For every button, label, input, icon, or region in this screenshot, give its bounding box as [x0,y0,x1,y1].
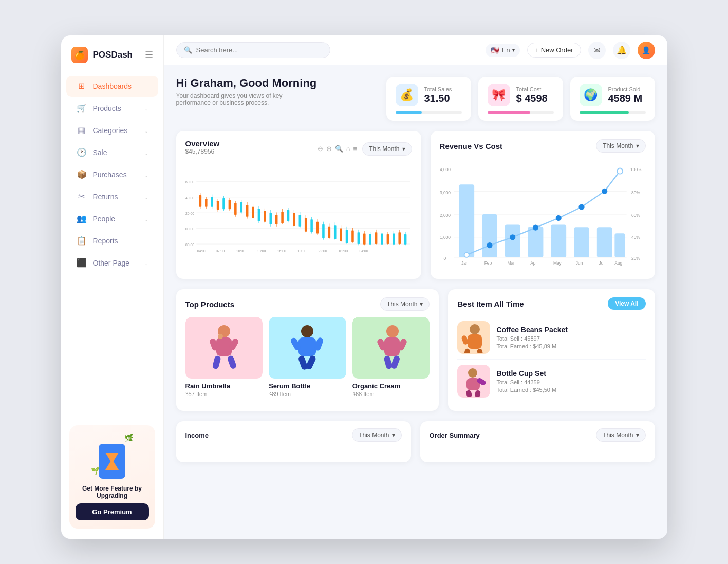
sale-icon: 🕐 [77,147,87,157]
chevron-down-icon: ▾ [392,431,395,439]
best-item-name: Coffee Beans Packet [496,326,645,334]
chevron-down-icon: ▾ [512,47,515,53]
lang-label: En [502,46,510,54]
best-item-bottle: Bottle Cup Set Total Sell : 44359 Total … [457,360,645,403]
top-products-title: Top Products [185,300,235,309]
menu-icon[interactable]: ≡ [353,145,358,153]
svg-text:100%: 100% [630,167,642,172]
svg-text:Jun: Jun [575,260,583,266]
top-products-month-selector[interactable]: This Month ▾ [380,297,430,311]
zoom-fit-icon[interactable]: 🔍 [335,145,343,153]
sidebar-item-label: Sale [93,148,107,157]
sidebar-item-label: Other Page [93,259,130,267]
user-avatar[interactable]: 👤 [638,42,655,59]
sidebar-item-sale[interactable]: 🕐 Sale ↓ [66,142,158,163]
svg-text:16:00: 16:00 [277,249,286,253]
sidebar-item-purchases[interactable]: 📦 Purchases ↓ [66,164,158,185]
new-order-button[interactable]: + New Order [527,43,581,58]
svg-text:00.00: 00.00 [185,227,194,231]
chevron-down-icon: ↓ [145,172,148,178]
mail-icon[interactable]: ✉ [588,42,606,59]
svg-rect-158 [475,390,481,397]
search-bar[interactable]: 🔍 [176,42,330,58]
sold-icon: 🌍 [580,84,602,106]
sidebar-item-people[interactable]: 👥 People ↓ [66,208,158,229]
svg-rect-146 [390,355,401,370]
sidebar-item-label: Reports [93,237,118,245]
sidebar: 🍊 POSDash ☰ ⊞ Dashboards 🛒 Products ↓ ▦ … [61,35,164,539]
income-month-selector[interactable]: This Month ▾ [352,428,401,442]
best-item-sell: Total Sell : 44359 [496,379,645,385]
logo-icon: 🍊 [71,47,88,63]
svg-text:Apr: Apr [530,260,537,266]
sidebar-item-products[interactable]: 🛒 Products ↓ [66,98,158,119]
product-name: Serum Bottle [269,382,346,390]
candlestick-chart: 60.00 40.00 20.00 00.00 80.00 [185,163,412,266]
svg-rect-152 [463,348,471,353]
upgrade-box: 🌿 🌱 Get More Feature by Upgrading Go Pre… [69,425,155,529]
svg-text:60.00: 60.00 [185,180,194,184]
home-icon[interactable]: ⌂ [346,145,350,153]
zoom-out-icon[interactable]: ⊖ [318,145,323,153]
product-qty: 468 Item [352,391,430,397]
svg-point-136 [218,334,223,339]
sidebar-item-label: Returns [93,193,118,201]
sidebar-item-dashboards[interactable]: ⊞ Dashboards [66,76,158,97]
product-qty: 657 Item [185,391,263,397]
svg-point-143 [386,325,399,337]
product-name: Rain Umbrella [185,382,263,390]
view-all-button[interactable]: View All [608,297,645,310]
chevron-down-icon: ▾ [636,431,639,439]
mini-bottom-row: Income This Month ▾ Order Summary This M… [176,421,655,462]
zoom-in-icon[interactable]: ⊕ [326,145,332,153]
main-content: 🔍 🇺🇸 En ▾ + New Order ✉ 🔔 👤 Hi Grah [164,35,667,539]
best-item-image [457,365,490,398]
svg-rect-145 [383,355,393,369]
sidebar-item-reports[interactable]: 📋 Reports [66,230,158,251]
svg-text:01:00: 01:00 [339,249,347,253]
menu-icon[interactable]: ☰ [145,49,153,61]
chevron-down-icon: ↓ [145,127,148,134]
sidebar-item-label: Products [93,104,121,112]
search-input[interactable] [196,46,323,54]
language-selector[interactable]: 🇺🇸 En ▾ [486,44,520,57]
greeting-title: Hi Graham, Good Morning [176,77,376,90]
svg-point-154 [468,368,477,378]
sidebar-item-other[interactable]: ⬛ Other Page ↓ [66,252,158,273]
notification-icon[interactable]: 🔔 [613,42,630,59]
svg-rect-132 [212,355,221,369]
best-item-sell: Total Sell : 45897 [496,335,645,342]
svg-text:19:00: 19:00 [297,249,306,253]
overview-chart-card: Overview $45,78956 ⊖ ⊕ 🔍 ⌂ ≡ [176,131,421,279]
overview-month-selector[interactable]: This Month ▾ [362,142,412,156]
revenue-chart-title: Revenue Vs Cost [440,142,503,151]
kpi-progress-bar [488,111,531,114]
svg-rect-150 [468,334,482,349]
kpi-card-cost: 🎀 Total Cost $ 4598 [478,77,563,121]
svg-text:80.00: 80.00 [185,243,194,247]
kpi-cards: 💰 Total Sales 31.50 🎀 [386,77,655,121]
svg-text:22:00: 22:00 [318,249,327,253]
sidebar-item-categories[interactable]: ▦ Categories ↓ [66,120,158,141]
svg-text:13:00: 13:00 [257,249,266,253]
best-item-info: Coffee Beans Packet Total Sell : 45897 T… [496,326,645,349]
month-label: This Month [369,145,399,153]
returns-icon: ✂ [77,192,87,201]
best-item-coffee: Coffee Beans Packet Total Sell : 45897 T… [457,316,645,360]
sidebar-item-returns[interactable]: ✂ Returns ↓ [66,186,158,207]
best-items-card: Best Item All Time View All [448,289,655,411]
svg-rect-111 [574,227,589,257]
revenue-month-selector[interactable]: This Month ▾ [596,139,645,153]
svg-text:Jul: Jul [599,260,604,266]
dashboard-body: Hi Graham, Good Morning Your dashboard g… [164,65,667,539]
go-premium-button[interactable]: Go Premium [76,503,149,520]
product-image [352,317,430,379]
product-image [269,317,346,379]
svg-rect-138 [298,337,316,356]
svg-text:10:00: 10:00 [236,249,245,253]
svg-text:Aug: Aug [614,260,622,266]
order-month-selector[interactable]: This Month ▾ [596,428,645,442]
topbar-right: 🇺🇸 En ▾ + New Order ✉ 🔔 👤 [486,42,655,59]
svg-point-120 [602,189,607,194]
svg-rect-109 [528,227,543,257]
